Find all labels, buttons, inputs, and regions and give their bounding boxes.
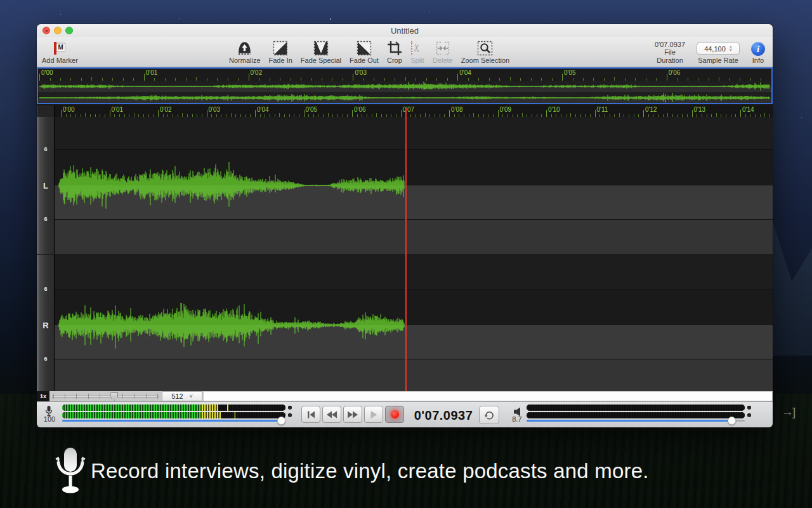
channel-gutter: 6 L 6 6 R 6 [37,117,55,391]
fade-special-button[interactable]: Fade Special [301,39,341,64]
ruler-label: 0'07 [403,106,415,113]
right-channel-label: R [37,321,55,330]
zoom-slider[interactable] [51,391,160,401]
left-channel-label: L [37,181,55,190]
right-scale-top: 6 [37,286,55,292]
normalize-icon [237,39,252,56]
playhead-cursor[interactable] [405,108,407,391]
normalize-label: Normalize [229,57,261,64]
output-level-value: 8.7 [508,415,527,423]
overview-waveform-right [39,93,770,103]
zoom-selection-label: Zoom Selection [461,57,509,64]
overview-waveform-left [39,81,770,91]
input-gain-value: 100 [39,415,60,423]
ruler-label: 0'03 [355,69,367,76]
fade-special-label: Fade Special [301,57,341,64]
desktop-arrow-glyph: →] [782,405,794,419]
sample-rate-control: 44,100 ˄˅ Sample Rate [697,43,740,64]
sample-rate-label: Sample Rate [698,57,738,64]
ruler-corner [37,105,55,117]
go-to-start-button[interactable] [301,406,320,423]
split-scissors-icon: ✂ [410,39,424,56]
ruler-label: 0'10 [548,106,560,113]
fade-out-icon [357,39,372,56]
zoom-row: 1x 512 ˅ [37,391,773,401]
rewind-button[interactable] [322,406,341,423]
info-icon: i [751,42,765,56]
ruler-label: 0'08 [451,106,463,113]
window-title: Untitled [37,26,773,36]
fade-out-button[interactable]: Fade Out [350,39,379,64]
fade-in-label: Fade In [269,57,292,64]
duration-readout: 0'07.0937 File Duration [655,41,685,64]
add-marker-label: Add Marker [42,57,78,64]
delete-button[interactable]: Delete [433,39,453,64]
add-marker-button[interactable]: M Add Marker [42,39,78,64]
delete-label: Delete [433,57,453,64]
horizontal-scrollbar[interactable] [203,391,773,401]
output-volume-slider-thumb[interactable] [728,417,736,425]
split-button[interactable]: ✂ Split [410,39,424,64]
input-gain-slider-thumb[interactable] [277,417,285,425]
ruler-label: 0'05 [306,106,318,113]
marker-flag-icon: M [53,39,67,56]
resolution-value: 512 [171,392,183,400]
zoom-slider-thumb[interactable] [110,392,118,401]
marketing-caption: Record interviews, digitize vinyl, creat… [0,441,812,498]
clip-indicator [288,413,292,417]
ruler-label: 0'13 [694,106,706,113]
resolution-select[interactable]: 512 ˅ [162,391,202,401]
record-dot-icon [391,410,399,418]
fast-forward-button[interactable] [343,406,362,423]
clip-indicator [288,406,292,410]
ruler-label: 0'11 [597,106,608,113]
ruler-label: 0'00 [63,106,75,113]
info-button[interactable]: i Info [751,39,765,64]
stepper-icon: ˄˅ [730,46,732,51]
caption-text: Record interviews, digitize vinyl, creat… [91,459,649,483]
ruler-label: 0'12 [645,106,657,113]
fade-in-button[interactable]: Fade In [269,39,292,64]
playhead-time-display: 0'07.0937 [408,408,479,423]
normalize-button[interactable]: Normalize [229,39,261,64]
clip-indicator [747,406,751,410]
record-button[interactable] [385,406,404,423]
control-bar: 100 0'07.0937 [37,401,773,427]
play-button[interactable] [364,406,383,423]
overview-timeline[interactable]: 0'000'010'020'030'040'050'06 [37,67,773,104]
info-label: Info [752,57,764,64]
fade-in-icon [273,39,288,56]
magnifier-icon [477,39,493,56]
crop-button[interactable]: Crop [387,39,402,64]
ruler-label: 0'01 [146,69,158,76]
delete-icon [435,39,450,56]
microphone-icon [53,446,88,496]
ruler-label: 0'01 [112,106,124,113]
loop-icon [484,410,495,420]
ruler-label: 0'06 [354,106,366,113]
fade-special-icon [313,39,329,56]
input-level-meter-left [62,404,285,411]
duration-label: Duration [657,57,683,64]
zoom-selection-button[interactable]: Zoom Selection [461,39,509,64]
waveform-canvas[interactable] [55,117,773,391]
file-duration-unit: File [664,48,676,56]
right-scale-bottom: 6 [37,356,55,362]
crop-label: Crop [387,57,402,64]
input-gain-slider[interactable] [62,417,285,425]
loop-button[interactable] [479,406,499,424]
zoom-factor-badge: 1x [37,391,49,401]
ruler-label: 0'04 [257,106,269,113]
ruler-label: 0'02 [160,106,172,113]
sample-rate-value: 44,100 [704,45,726,53]
left-scale-top: 6 [37,146,55,152]
split-label: Split [410,57,424,64]
ruler-label: 0'14 [742,106,754,113]
output-volume-slider[interactable] [527,417,745,425]
chevron-down-icon: ˅ [190,393,193,399]
ruler-label: 0'03 [209,106,221,113]
time-ruler[interactable]: 0'000'010'020'030'040'050'060'070'080'09… [55,105,773,117]
toolbar: M Add Marker Normalize [37,37,773,67]
titlebar[interactable]: Untitled [37,24,773,37]
sample-rate-select[interactable]: 44,100 ˄˅ [697,43,740,55]
